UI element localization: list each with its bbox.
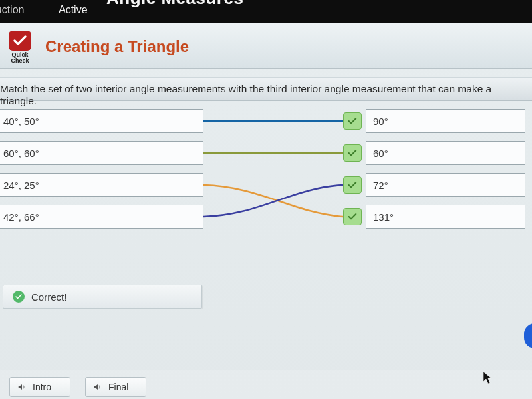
instruction-text: Match the set of two interior angle meas… <box>0 77 532 101</box>
right-option-3[interactable]: 131° <box>366 205 525 229</box>
feedback-text: Correct! <box>31 291 66 303</box>
cursor-icon <box>483 371 492 384</box>
checkmark-badge-icon <box>9 31 31 51</box>
left-option-1[interactable]: 60°, 60° <box>0 141 203 165</box>
audio-final-label: Final <box>108 382 128 392</box>
audio-intro-button[interactable]: Intro <box>9 377 70 397</box>
partial-heading: Angle Measures <box>106 0 243 9</box>
quick-check-label-2: Check <box>5 58 35 64</box>
left-option-2[interactable]: 24°, 25° <box>0 173 203 197</box>
audio-final-button[interactable]: Final <box>85 377 146 397</box>
left-option-3[interactable]: 42°, 66° <box>0 205 203 229</box>
correct-check-icon <box>13 291 25 303</box>
speaker-icon <box>17 382 27 392</box>
match-correct-icon <box>343 208 362 225</box>
lesson-header: Quick Check Creating a Triangle <box>0 23 532 69</box>
app-top-bar: truction Active Angle Measures <box>0 0 532 23</box>
quick-check-badge: Quick Check <box>5 31 35 65</box>
match-correct-icon <box>343 112 362 130</box>
side-handle[interactable] <box>524 323 532 348</box>
match-correct-icon <box>343 144 362 162</box>
page-title: Creating a Triangle <box>45 37 189 56</box>
right-option-1[interactable]: 60° <box>366 141 525 165</box>
breadcrumb-active[interactable]: Active <box>59 4 88 16</box>
match-correct-icon <box>343 176 362 194</box>
audio-intro-label: Intro <box>33 382 51 392</box>
feedback-banner: Correct! <box>3 285 202 309</box>
left-option-0[interactable]: 40°, 50° <box>0 109 203 133</box>
speaker-icon <box>92 382 103 392</box>
matching-area: 40°, 50° 60°, 60° 24°, 25° 42°, 66° 90° … <box>0 101 532 301</box>
right-option-0[interactable]: 90° <box>366 109 525 133</box>
breadcrumb-instruction[interactable]: truction <box>0 4 24 16</box>
right-option-2[interactable]: 72° <box>366 173 525 197</box>
audio-bar: Intro Final <box>0 370 532 399</box>
